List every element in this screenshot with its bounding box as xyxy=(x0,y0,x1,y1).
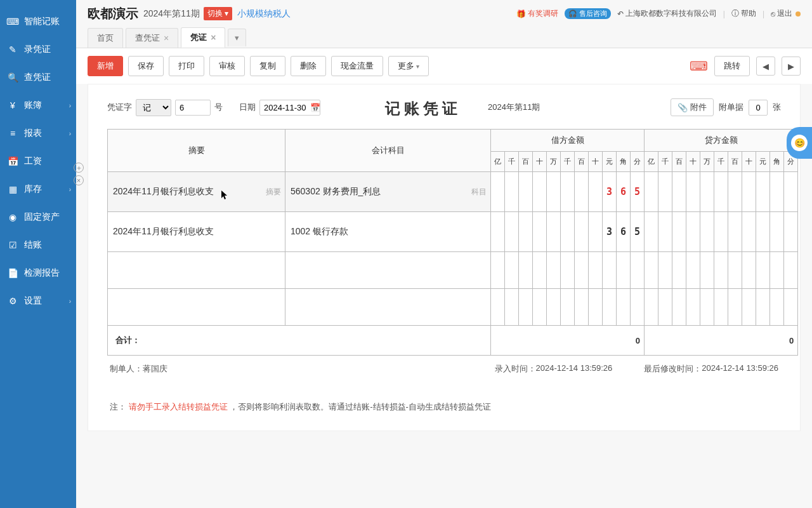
credit-digit[interactable] xyxy=(784,172,798,212)
credit-digit[interactable] xyxy=(770,172,784,212)
sidebar-item-ledger[interactable]: ¥ 账簿 › xyxy=(0,91,76,119)
attach-button[interactable]: 📎附件 xyxy=(671,98,714,116)
calendar-icon[interactable]: 📅 xyxy=(310,103,320,112)
summary-cell[interactable]: 2024年11月银行利息收支摘要 xyxy=(108,172,285,212)
tab-home[interactable]: 首页 xyxy=(88,28,123,48)
credit-digit[interactable] xyxy=(756,172,770,212)
sidebar-item-closing[interactable]: ☑ 结账 xyxy=(0,231,76,259)
debit-digit[interactable] xyxy=(491,172,505,212)
sidebar-item-settings[interactable]: ⚙ 设置 › xyxy=(0,287,76,315)
debit-digit[interactable]: 5 xyxy=(631,212,645,252)
new-button[interactable]: 新增 xyxy=(88,56,123,76)
cashflow-button[interactable]: 现金流量 xyxy=(331,56,383,76)
unit-header: 千 xyxy=(658,152,672,172)
debit-digit[interactable] xyxy=(505,172,519,212)
company-link[interactable]: ↶上海欧都数字科技有限公司 xyxy=(617,8,717,19)
debit-digit[interactable]: 5 xyxy=(631,172,645,212)
audit-button[interactable]: 审核 xyxy=(209,56,245,76)
credit-digit[interactable] xyxy=(784,212,798,252)
switch-button[interactable]: 切换 ▾ xyxy=(204,7,232,20)
next-button[interactable]: ▶ xyxy=(782,57,801,76)
credit-digit[interactable] xyxy=(728,212,742,252)
debit-digit[interactable] xyxy=(547,212,561,252)
sidebar-item-entry-voucher[interactable]: ✎ 录凭证 xyxy=(0,36,76,64)
debit-digit[interactable] xyxy=(589,172,603,212)
credit-digit[interactable] xyxy=(700,172,714,212)
tab-search-voucher[interactable]: 查凭证× xyxy=(126,28,178,48)
prev-button[interactable]: ◀ xyxy=(756,57,775,76)
sidebar-item-search-voucher[interactable]: 🔍 查凭证 xyxy=(0,64,76,91)
close-icon[interactable]: × xyxy=(211,32,216,43)
sidebar-item-test-report[interactable]: 📄 检测报告 xyxy=(0,259,76,287)
add-row-icon[interactable]: ＋ xyxy=(74,163,84,173)
debit-digit[interactable]: 6 xyxy=(617,172,631,212)
remove-row-icon[interactable]: × xyxy=(74,175,84,185)
prefix-select[interactable]: 记 xyxy=(136,99,171,116)
number-input[interactable] xyxy=(175,100,211,116)
credit-digit[interactable] xyxy=(658,172,672,212)
credit-digit[interactable] xyxy=(700,212,714,252)
save-button[interactable]: 保存 xyxy=(128,56,164,76)
mascot-icon[interactable]: 😊 xyxy=(787,127,812,159)
debit-digit[interactable]: 3 xyxy=(603,172,617,212)
unit-header: 百 xyxy=(519,152,533,172)
debit-digit[interactable]: 6 xyxy=(617,212,631,252)
close-icon[interactable]: × xyxy=(164,33,169,43)
debit-digit[interactable] xyxy=(505,212,519,252)
jump-button[interactable]: 跳转 xyxy=(714,56,750,76)
debit-digit[interactable] xyxy=(561,172,575,212)
unit-header: 百 xyxy=(672,152,686,172)
col-debit: 借方金额 xyxy=(491,130,645,152)
debit-digit[interactable] xyxy=(533,172,547,212)
tab-add-button[interactable]: ▾ xyxy=(228,29,246,46)
sidebar-item-payroll[interactable]: 📅 工资 xyxy=(0,147,76,175)
debit-digit[interactable] xyxy=(491,212,505,252)
credit-digit[interactable] xyxy=(672,212,686,252)
credit-digit[interactable] xyxy=(770,212,784,252)
copy-button[interactable]: 复制 xyxy=(250,56,285,76)
credit-digit[interactable] xyxy=(686,212,700,252)
credit-digit[interactable] xyxy=(742,212,756,252)
more-button[interactable]: 更多 xyxy=(388,56,429,76)
summary-cell[interactable]: 2024年11月银行利息收支 xyxy=(108,212,285,252)
credit-digit[interactable] xyxy=(714,212,728,252)
credit-digit[interactable] xyxy=(672,172,686,212)
debit-digit[interactable] xyxy=(575,172,589,212)
sidebar-item-reports[interactable]: ≡ 报表 › xyxy=(0,119,76,147)
sidebar-item-label: 固定资产 xyxy=(24,211,60,223)
credit-digit[interactable] xyxy=(645,172,658,212)
print-button[interactable]: 打印 xyxy=(169,56,204,76)
debit-digit[interactable] xyxy=(589,212,603,252)
survey-link[interactable]: 🎁有奖调研 xyxy=(516,8,558,19)
unit-header: 千 xyxy=(505,152,519,172)
credit-digit[interactable] xyxy=(742,172,756,212)
sidebar-item-fixed-assets[interactable]: ◉ 固定资产 xyxy=(0,203,76,231)
debit-digit[interactable] xyxy=(533,212,547,252)
credit-digit[interactable] xyxy=(645,212,658,252)
credit-digit[interactable] xyxy=(728,172,742,212)
credit-digit[interactable] xyxy=(714,172,728,212)
tax-type-link[interactable]: 小规模纳税人 xyxy=(237,8,291,20)
debit-digit[interactable] xyxy=(561,212,575,252)
attach-count-input[interactable] xyxy=(749,100,768,116)
help-link[interactable]: ⓘ帮助 xyxy=(731,8,756,19)
debit-digit[interactable]: 3 xyxy=(603,212,617,252)
sidebar-item-smart-entry[interactable]: ⌨ 智能记账 xyxy=(0,8,76,36)
after-sales-link[interactable]: 🎧售后咨询 xyxy=(565,8,611,19)
unit-header: 元 xyxy=(756,152,770,172)
debit-digit[interactable] xyxy=(519,172,533,212)
credit-digit[interactable] xyxy=(756,212,770,252)
sidebar-item-inventory[interactable]: ▦ 库存 › xyxy=(0,175,76,203)
debit-digit[interactable] xyxy=(575,212,589,252)
gift-icon: 🎁 xyxy=(516,10,526,18)
delete-button[interactable]: 删除 xyxy=(291,56,326,76)
keyboard-icon[interactable]: ⌨ xyxy=(690,58,708,74)
account-cell[interactable]: 560302 财务费用_利息科目 xyxy=(285,172,491,212)
account-cell[interactable]: 1002 银行存款 xyxy=(285,212,491,252)
debit-digit[interactable] xyxy=(519,212,533,252)
credit-digit[interactable] xyxy=(658,212,672,252)
debit-digit[interactable] xyxy=(547,172,561,212)
logout-link[interactable]: ⎋退出 xyxy=(771,8,801,19)
credit-digit[interactable] xyxy=(686,172,700,212)
tab-voucher[interactable]: 凭证× xyxy=(181,27,225,48)
